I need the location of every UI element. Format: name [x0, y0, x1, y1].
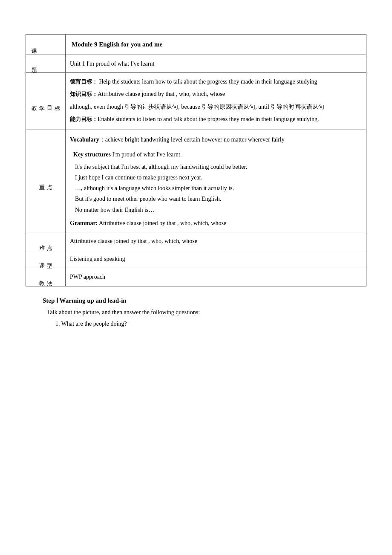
lesson-type-row: 课型 Listening and speaking — [26, 250, 366, 268]
example-line5: No matter how their English is… — [75, 205, 362, 215]
module-title: Module 9 English for you and me — [66, 35, 366, 55]
teaching-method-row: 教法 PWP approach — [26, 268, 366, 286]
difficulty-row: 难点 Attributive clause joined by that , w… — [26, 232, 366, 250]
nengli-label: 能力目标： — [70, 116, 98, 122]
objectives-content: 德育目标： Help the students learn how to tal… — [66, 73, 366, 130]
step-title: Step Ⅰ Warming up and lead-in — [43, 297, 366, 304]
difficulty-content: Attributive clause joined by that , who,… — [66, 232, 366, 250]
zhishi2-text: although, even though 引导的让步状语从句, because… — [70, 104, 324, 110]
step-intro: Talk about the picture, and then answer … — [47, 307, 366, 318]
zhishi2-line: although, even though 引导的让步状语从句, because… — [70, 101, 362, 112]
label-objectives: 教学目标 — [26, 73, 66, 130]
deyu-line: 德育目标： Help the students learn how to tal… — [70, 76, 362, 87]
key-structures-line: Key structures I'm proud of what I've le… — [73, 149, 362, 160]
example-line3: …, although it's a language which looks … — [75, 183, 362, 194]
vocab-words: ：achieve bright handwriting level certai… — [99, 136, 285, 143]
nengli-line1: 能力目标：Enable students to listen to and ta… — [70, 114, 362, 124]
module-row: 课 Module 9 English for you and me — [26, 35, 366, 55]
label-ke: 课 — [26, 35, 66, 55]
zhishi-line: 知识目标：Attributive clause joined by that ,… — [70, 89, 362, 99]
unit-title: Unit 1 I'm proud of what I've learnt — [66, 55, 366, 73]
grammar-text: Attributive clause joined by that , who,… — [98, 220, 226, 226]
lesson-type-content: Listening and speaking — [66, 250, 366, 268]
vocab-line: Vocabulary：achieve bright handwriting le… — [70, 133, 362, 147]
label-key-points: 重点 — [26, 130, 66, 232]
label-lesson-type: 课型 — [26, 250, 66, 268]
label-difficulty: 难点 — [26, 232, 66, 250]
example-line1: It's the subject that I'm best at, altho… — [75, 162, 362, 172]
objectives-row: 教学目标 德育目标： Help the students learn how t… — [26, 73, 366, 130]
grammar-label: Grammar: — [70, 220, 98, 226]
key-points-row: 重点 Vocabulary：achieve bright handwriting… — [26, 130, 366, 232]
step-section: Step Ⅰ Warming up and lead-in Talk about… — [26, 297, 366, 330]
deyu-text: Help the students learn how to talk abou… — [98, 78, 317, 85]
example-line4: But it's good to meet other people who w… — [75, 194, 362, 204]
label-teaching-method: 教法 — [26, 268, 66, 286]
teaching-method-content: PWP approach — [66, 268, 366, 286]
grammar-line: Grammar: Attributive clause joined by th… — [70, 218, 362, 228]
zhishi-text: Attributive clause joined by that , who,… — [98, 91, 225, 97]
question-1: 1. What are the people doing? — [55, 318, 366, 330]
vocab-label: Vocabulary — [70, 136, 99, 143]
key-structures-text: I'm proud of what I've learnt. — [111, 151, 182, 158]
step-questions: 1. What are the people doing? — [55, 318, 366, 330]
label-ti: 题 — [26, 55, 66, 73]
nengli-text: Enable students to listen to and talk ab… — [98, 116, 319, 122]
zhishi-label: 知识目标： — [70, 91, 98, 97]
deyu-label: 德育目标： — [70, 78, 98, 85]
key-points-content: Vocabulary：achieve bright handwriting le… — [66, 130, 366, 232]
key-structures-label: Key structures — [73, 151, 111, 158]
unit-row: 题 Unit 1 I'm proud of what I've learnt — [26, 55, 366, 73]
lesson-plan-table: 课 Module 9 English for you and me 题 Unit… — [26, 34, 366, 286]
example-line2: I just hope I can continue to make progr… — [75, 172, 362, 183]
